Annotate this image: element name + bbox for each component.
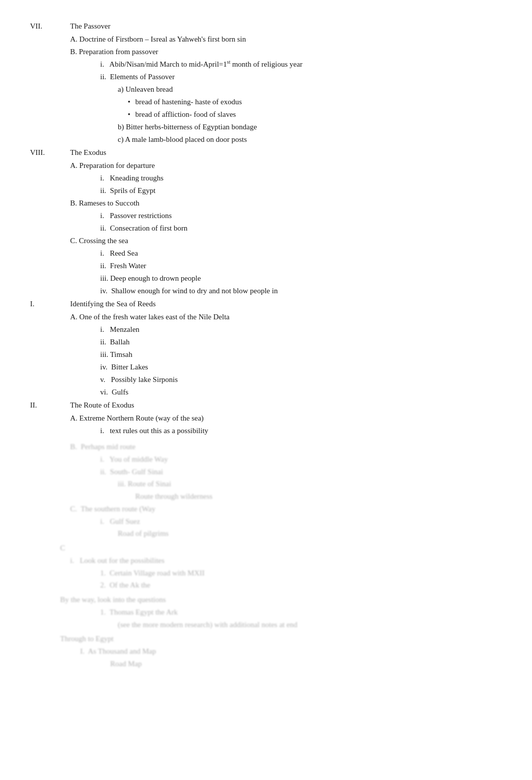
section-VII-label: VII.: [30, 20, 70, 32]
section-VIII-C-iv-label: iv.: [100, 287, 111, 295]
section-VIII-C-iv: iv. Shallow enough for wind to dry and n…: [30, 285, 502, 297]
section-II-A-text: Extreme Northern Route (way of the sea): [79, 414, 203, 422]
section-I-A-v-label: v.: [100, 375, 111, 383]
section-VIII-C-i-text: Reed Sea: [110, 249, 138, 257]
section-VIII-A-i: i. Kneading troughs: [30, 172, 502, 184]
blurred-line-2: i. You of middle Way: [30, 453, 502, 466]
section-I-A-vi-label: vi.: [100, 388, 112, 396]
section-I-A-i-text: Menzalen: [110, 325, 139, 333]
section-VIII-A: A. Preparation for departure: [30, 159, 502, 171]
blurred-line-9: C: [30, 542, 502, 554]
section-VIII-C-ii-text: Fresh Water: [110, 262, 146, 270]
blurred-line-1: B. Perhaps mid route: [30, 441, 502, 453]
section-VII-A: A. Doctrine of Firstborn – Isreal as Yah…: [30, 33, 502, 45]
section-I-A-label: A.: [70, 313, 79, 321]
section-VIII-C-label: C.: [70, 237, 79, 245]
section-I-A-iv-text: Bitter Lakes: [111, 363, 148, 371]
blurred-line-18: Road Map: [30, 658, 502, 670]
section-I-A: A. One of the fresh water lakes east of …: [30, 311, 502, 323]
blurred-line-11: 1. Certain Village road with MXII: [30, 567, 502, 579]
section-VIII-B-i-text: Passover restrictions: [110, 212, 172, 220]
section-I-label: I.: [30, 298, 70, 310]
section-VIII-A-ii-text: Sprils of Egypt: [110, 186, 156, 194]
section-I-A-i: i. Menzalen: [30, 323, 502, 335]
section-VIII-C-i-label: i.: [100, 249, 110, 257]
blurred-line-17: I. As Thousand and Map: [30, 645, 502, 658]
section-II-title: The Route of Exodus: [70, 399, 134, 411]
section-VIII-C: C. Crossing the sea: [30, 235, 502, 247]
section-VII-title: The Passover: [70, 20, 110, 32]
section-VIII-C-iii-text: Deep enough to drown people: [110, 274, 201, 282]
section-I-A-i-label: i.: [100, 325, 110, 333]
section-VII-B-ii-b-text: Bitter herbs-bitterness of Egyptian bond…: [126, 123, 257, 131]
section-I-heading: I. Identifying the Sea of Reeds: [30, 298, 502, 310]
blurred-line-15: (see the more modern research) with addi…: [30, 619, 502, 631]
section-VII-B-ii-c-text: A male lamb-blood placed on door posts: [125, 135, 247, 143]
blurred-line-12: 2. Of the Ak the: [30, 579, 502, 592]
section-I: I. Identifying the Sea of Reeds A. One o…: [30, 298, 502, 398]
section-I-A-v-text: Possibly lake Sirponis: [111, 375, 178, 383]
blurred-line-6: C. The southern route (Way: [30, 503, 502, 515]
section-VIII-A-text: Preparation for departure: [79, 161, 155, 169]
section-VIII-A-i-text: Kneading troughs: [110, 174, 163, 182]
section-VII-B-ii-a: a) Unleaven bread: [30, 83, 502, 95]
section-I-A-ii-label: ii.: [100, 338, 110, 346]
section-VII-B-ii-c: c) A male lamb-blood placed on door post…: [30, 133, 502, 145]
blurred-line-5: Route through wilderness: [30, 490, 502, 503]
section-VIII-heading: VIII. The Exodus: [30, 146, 502, 158]
section-I-A-ii: ii. Ballah: [30, 336, 502, 348]
section-I-A-vi-text: Gulfs: [112, 388, 128, 396]
section-I-A-ii-text: Ballah: [110, 338, 130, 346]
section-VII-B-label: B.: [70, 48, 79, 56]
blurred-section: B. Perhaps mid route i. You of middle Wa…: [30, 441, 502, 670]
section-VII-B-i-label: i.: [100, 60, 109, 68]
section-VII-B-ii-b: b) Bitter herbs-bitterness of Egyptian b…: [30, 121, 502, 133]
section-VIII-A-label: A.: [70, 161, 79, 169]
outline-container: VII. The Passover A. Doctrine of Firstbo…: [30, 20, 502, 670]
section-VIII-C-ii-label: ii.: [100, 262, 110, 270]
blurred-line-4: iii. Route of Sinai: [30, 478, 502, 490]
section-VIII-C-iii: iii. Deep enough to drown people: [30, 272, 502, 284]
section-VIII-B: B. Rameses to Succoth: [30, 197, 502, 209]
blurred-line-14: 1. Thomas Egypt the Ark: [30, 606, 502, 619]
blurred-line-10: i. Look out for the possibilites: [30, 554, 502, 567]
section-II-A-i: i. text rules out this as a possibility: [30, 425, 502, 437]
section-II-heading: II. The Route of Exodus: [30, 399, 502, 411]
section-VIII-C-ii: ii. Fresh Water: [30, 260, 502, 272]
blurred-line-16: Through to Egypt: [30, 633, 502, 645]
section-I-title: Identifying the Sea of Reeds: [70, 298, 156, 310]
section-VII-B-ii-b-label: b): [118, 123, 126, 131]
section-VIII-B-ii-text: Consecration of first born: [110, 224, 188, 232]
section-I-A-iii-text: Timsah: [110, 350, 132, 358]
section-II-A: A. Extreme Northern Route (way of the se…: [30, 412, 502, 424]
section-VII-bullet-1: bread of hastening- haste of exodus: [30, 96, 502, 108]
section-VIII: VIII. The Exodus A. Preparation for depa…: [30, 146, 502, 297]
section-II: II. The Route of Exodus A. Extreme North…: [30, 399, 502, 437]
blurred-line-3: ii. South- Gulf Sinai: [30, 466, 502, 478]
section-VII-bullet-2: bread of affliction- food of slaves: [30, 108, 502, 120]
section-I-A-iv-label: iv.: [100, 363, 111, 371]
section-I-A-text: One of the fresh water lakes east of the…: [79, 313, 229, 321]
section-VII-A-label: A.: [70, 35, 79, 43]
section-VIII-B-i-label: i.: [100, 212, 110, 220]
blurred-line-8: Road of pilgrims: [30, 527, 502, 540]
section-VII-B-ii-c-label: c): [118, 135, 125, 143]
section-VIII-B-label: B.: [70, 199, 79, 207]
section-I-A-vi: vi. Gulfs: [30, 386, 502, 398]
section-VIII-C-text: Crossing the sea: [79, 237, 128, 245]
section-VII-B-ii-a-text: Unleaven bread: [125, 85, 173, 93]
section-VIII-A-ii: ii. Sprils of Egypt: [30, 184, 502, 197]
section-VIII-B-ii: ii. Consecration of first born: [30, 222, 502, 234]
section-VII-bullet-2-text: bread of affliction- food of slaves: [135, 110, 236, 118]
section-VIII-C-iv-text: Shallow enough for wind to dry and not b…: [111, 287, 278, 295]
section-VII-B: B. Preparation from passover: [30, 46, 502, 58]
section-VIII-C-i: i. Reed Sea: [30, 247, 502, 259]
blurred-line-7: i. Gulf Suez: [30, 515, 502, 528]
section-VII-B-ii-label: ii.: [100, 73, 110, 81]
section-II-label: II.: [30, 399, 70, 411]
section-I-A-iv: iv. Bitter Lakes: [30, 361, 502, 373]
section-VII-B-text: Preparation from passover: [79, 48, 158, 56]
section-II-A-label: A.: [70, 414, 79, 422]
section-VII-B-ii-a-label: a): [118, 85, 125, 93]
section-VIII-B-ii-label: ii.: [100, 224, 110, 232]
